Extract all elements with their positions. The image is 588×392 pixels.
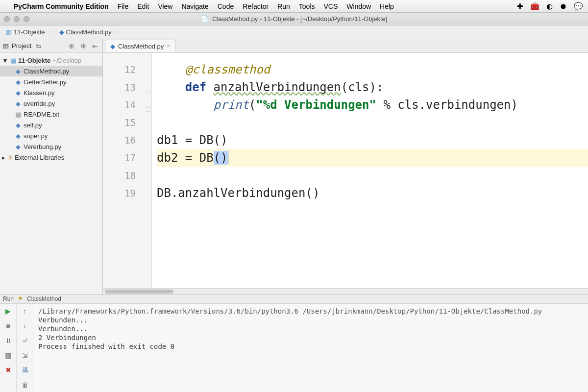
line-number[interactable]: 14 (103, 96, 136, 114)
line-number[interactable]: 15 (103, 114, 136, 131)
code-line[interactable] (157, 114, 588, 131)
tree-file[interactable]: ◆override.py (0, 98, 102, 109)
editor: ◆ ClassMethod.py × 1213141516171819⬚⬚ @c… (103, 39, 588, 294)
breadcrumb-folder-label: 11-Objekte (14, 28, 45, 36)
code-line[interactable] (157, 167, 588, 184)
status-icon[interactable]: ⏺ (560, 2, 567, 10)
tree-file[interactable]: ◆GetterSetter.py (0, 76, 102, 87)
pause-button[interactable]: ⏸ (3, 335, 14, 346)
project-tool-label[interactable]: Project (12, 42, 31, 49)
code-line[interactable]: DB.anzahlVerbindungen() (157, 184, 588, 202)
tree-file[interactable]: ▤README.txt (0, 109, 102, 120)
console-output[interactable]: /Library/Frameworks/Python.framework/Ver… (33, 304, 588, 392)
python-file-icon: 📄 (201, 15, 209, 23)
python-file-icon: ◆ (15, 132, 22, 140)
line-number[interactable]: 16 (103, 131, 136, 149)
code-line[interactable]: def anzahlVerbindungen(cls): (157, 78, 588, 96)
line-number[interactable]: 12 (103, 61, 136, 78)
menu-view[interactable]: View (158, 2, 172, 10)
collapse-icon[interactable]: ⇆ (34, 42, 43, 50)
status-icon[interactable]: 🧰 (530, 2, 539, 11)
tree-file-label: Vererbung.py (24, 143, 61, 150)
python-file-icon: ◆ (59, 28, 64, 36)
minimize-window-icon[interactable] (14, 16, 20, 22)
menu-edit[interactable]: Edit (137, 2, 149, 10)
stop-button[interactable]: ■ (3, 320, 14, 331)
tree-file[interactable]: ◆Klassen.py (0, 87, 102, 98)
down-stack-button[interactable]: ↓ (20, 320, 30, 331)
soft-wrap-button[interactable]: ⤶ (20, 335, 30, 346)
line-number[interactable]: 17 (103, 149, 136, 167)
breadcrumb-file[interactable]: ◆ ClassMethod.py (57, 27, 114, 37)
status-icon[interactable]: ✚ (517, 2, 523, 11)
tree-file[interactable]: ◆super.py (0, 130, 102, 141)
project-tree[interactable]: ▼ ▦ 11-Objekte ~/Desktop ◆ClassMethod.py… (0, 53, 102, 165)
editor-body[interactable]: 1213141516171819⬚⬚ @classmethod def anza… (103, 53, 588, 288)
menu-window[interactable]: Window (346, 2, 371, 10)
menu-navigate[interactable]: Navigate (181, 2, 208, 10)
console-line: Verbunden... (38, 324, 583, 333)
close-tab-icon[interactable]: × (167, 43, 170, 49)
menu-run[interactable]: Run (277, 2, 290, 10)
library-icon: ⊪ (7, 154, 13, 161)
rerun-button[interactable]: ▶ (3, 306, 14, 317)
text-file-icon: ▤ (15, 111, 22, 118)
menu-vcs[interactable]: VCS (324, 2, 338, 10)
scroll-end-button[interactable]: ⇲ (20, 350, 30, 361)
scrollbar-thumb[interactable] (105, 290, 173, 294)
python-file-icon: ◆ (15, 100, 22, 107)
tree-file-label: super.py (24, 132, 48, 140)
horizontal-scrollbar[interactable] (103, 288, 588, 294)
expand-icon[interactable]: ▸ (2, 154, 5, 161)
tree-file[interactable]: ◆Vererbung.py (0, 141, 102, 152)
gear-icon[interactable]: ✻ (79, 42, 88, 50)
trash-button[interactable]: 🗑 (20, 379, 30, 390)
tree-external-libs[interactable]: ▸ ⊪ External Libraries (0, 152, 102, 163)
line-number[interactable]: 19 (103, 184, 136, 202)
print-button[interactable]: 🖶 (20, 365, 30, 375)
close-window-icon[interactable] (4, 16, 10, 22)
status-icon[interactable]: ◐ (546, 2, 553, 11)
code-line[interactable]: print("%d Verbindungen" % cls.verbindung… (157, 96, 588, 114)
tree-file[interactable]: ◆self.py (0, 120, 102, 130)
app-name[interactable]: PyCharm Community Edition (14, 2, 109, 10)
hide-icon[interactable]: ⇤ (91, 42, 99, 50)
override-marker-icon[interactable]: ⬚ (144, 100, 150, 107)
up-stack-button[interactable]: ↑ (20, 306, 30, 317)
close-run-button[interactable]: ✖ (3, 365, 14, 375)
menu-code[interactable]: Code (218, 2, 234, 10)
line-number[interactable]: 18 (103, 167, 136, 184)
status-icon[interactable]: 💬 (574, 2, 583, 11)
python-file-icon: ◆ (15, 143, 22, 150)
code-line[interactable]: @classmethod (157, 61, 588, 78)
menu-tools[interactable]: Tools (299, 2, 315, 10)
editor-tab-label: ClassMethod.py (118, 43, 164, 50)
run-label[interactable]: Run (3, 295, 14, 302)
window-controls[interactable] (4, 16, 29, 22)
python-file-icon: ◆ (15, 78, 22, 86)
tree-file[interactable]: ◆ClassMethod.py (0, 66, 102, 76)
line-number[interactable]: 13 (103, 78, 136, 96)
code-line[interactable]: db1 = DB() (157, 131, 588, 149)
breadcrumb-folder[interactable]: ▦ 11-Objekte (4, 27, 47, 37)
run-tool-window: Run ⚑ ClassMethod ▶ ■ ⏸ ▥ ✖ ↑ ↓ ⤶ ⇲ 🖶 🗑 … (0, 294, 588, 392)
expand-icon[interactable]: ▼ (2, 57, 8, 64)
project-tool-header: ▤ Project ⇆ ⊕ ✻ ⇤ (0, 39, 102, 53)
dump-button[interactable]: ▥ (3, 350, 14, 361)
menu-refactor[interactable]: Refactor (243, 2, 269, 10)
target-icon[interactable]: ⊕ (67, 42, 76, 50)
run-toolbar-right: ↑ ↓ ⤶ ⇲ 🖶 🗑 (17, 304, 33, 392)
run-config-name[interactable]: ClassMethod (27, 295, 61, 302)
menu-file[interactable]: File (118, 2, 129, 10)
folder-icon: ▦ (10, 57, 16, 64)
zoom-window-icon[interactable] (24, 16, 29, 22)
code-line[interactable]: db2 = DB() (157, 149, 588, 167)
code-area[interactable]: @classmethod def anzahlVerbindungen(cls)… (152, 53, 588, 288)
menu-help[interactable]: Help (380, 2, 394, 10)
override-marker-icon[interactable]: ⬚ (144, 82, 150, 89)
project-tool-icon[interactable]: ▤ (3, 42, 9, 49)
editor-tab[interactable]: ◆ ClassMethod.py × (105, 40, 175, 52)
gutter[interactable]: 1213141516171819⬚⬚ (103, 53, 152, 288)
tree-root[interactable]: ▼ ▦ 11-Objekte ~/Desktop (0, 55, 102, 66)
breadcrumb-sep-icon: 〉 (116, 28, 122, 37)
